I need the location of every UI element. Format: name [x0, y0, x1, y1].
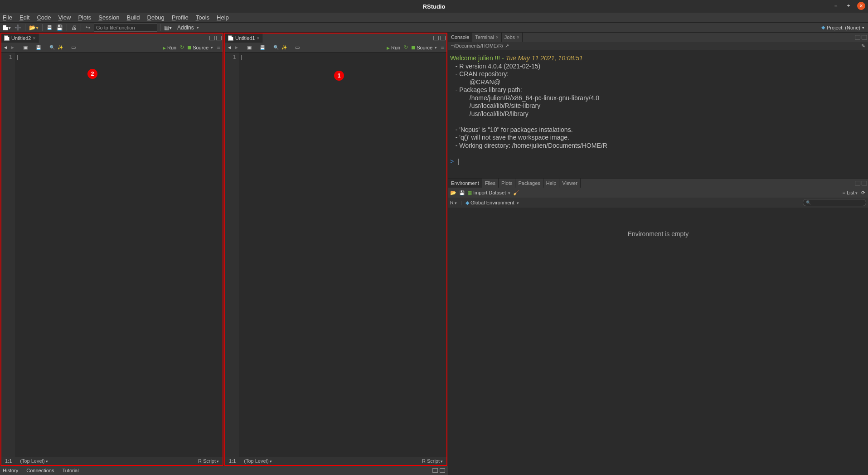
- menu-build[interactable]: Build: [127, 14, 140, 21]
- env-tab-plots[interactable]: Plots: [499, 179, 515, 188]
- lang-dropdown[interactable]: R Script: [198, 458, 219, 464]
- bottom-tab-history[interactable]: History: [3, 468, 18, 473]
- code-editor[interactable]: 1 |: [1, 53, 223, 457]
- env-tabs: EnvironmentFilesPlotsPackagesHelpViewer: [448, 179, 868, 188]
- rerun-button[interactable]: ↻: [404, 44, 408, 50]
- source-pane-1: 1 Untitled1 × ▣ ▭ Run ↻ Source ≣ 1 |1:1 …: [224, 33, 447, 466]
- scope-dropdown[interactable]: (Top Level): [244, 458, 272, 464]
- nav-forward-button[interactable]: [234, 45, 239, 50]
- menu-file[interactable]: File: [3, 14, 12, 21]
- env-tab-files[interactable]: Files: [482, 179, 499, 188]
- save-workspace-button[interactable]: [459, 190, 465, 195]
- code-tools-button[interactable]: [58, 45, 63, 50]
- console-tab-terminal[interactable]: Terminal×: [472, 33, 501, 42]
- menu-plots[interactable]: Plots: [78, 14, 91, 21]
- env-list-button[interactable]: ≡ List: [842, 190, 858, 195]
- outline-button[interactable]: ≣: [217, 44, 221, 50]
- env-tab-viewer[interactable]: Viewer: [559, 179, 580, 188]
- save-all-button[interactable]: 💾: [55, 24, 64, 32]
- grid-button[interactable]: ▦▾: [163, 24, 173, 32]
- editor-tab[interactable]: Untitled2 ×: [1, 34, 39, 43]
- clear-env-button[interactable]: 🧹: [513, 190, 519, 196]
- save-file-button[interactable]: [36, 45, 41, 50]
- run-button[interactable]: Run: [163, 45, 176, 50]
- bottom-tab-connections[interactable]: Connections: [26, 468, 54, 473]
- goto-input[interactable]: Go to file/function: [94, 24, 157, 32]
- close-button[interactable]: ×: [857, 2, 865, 10]
- save-button[interactable]: [45, 24, 53, 32]
- print-button[interactable]: 🖨: [70, 24, 78, 32]
- load-workspace-button[interactable]: 📂: [450, 190, 456, 196]
- console-minimize-icon[interactable]: [855, 35, 860, 39]
- find-button[interactable]: [49, 45, 55, 50]
- env-lang-dropdown[interactable]: R: [450, 200, 457, 205]
- scope-dropdown[interactable]: (Top Level): [20, 458, 48, 464]
- pane-minimize-icon[interactable]: [433, 36, 439, 40]
- env-scope-dropdown[interactable]: ◆ Global Environment: [466, 200, 519, 206]
- run-button[interactable]: Run: [387, 45, 400, 50]
- workspace: 2 Untitled2 × ▣ ▭ Run ↻ Source ≣ 1 |1:1 …: [0, 33, 868, 475]
- compile-report-button[interactable]: ▭: [295, 44, 300, 50]
- menu-edit[interactable]: Edit: [19, 14, 29, 21]
- show-in-new-window-button[interactable]: ▣: [247, 44, 252, 50]
- save-file-button[interactable]: [260, 45, 265, 50]
- menu-tools[interactable]: Tools: [196, 14, 209, 21]
- menu-profile[interactable]: Profile: [172, 14, 189, 21]
- source-button[interactable]: Source: [188, 45, 213, 50]
- close-tab-icon[interactable]: ×: [496, 35, 499, 40]
- minimize-button[interactable]: −: [832, 2, 840, 10]
- code-area[interactable]: |: [15, 53, 223, 457]
- lang-dropdown[interactable]: R Script: [422, 458, 443, 464]
- bottom-tab-tutorial[interactable]: Tutorial: [62, 468, 78, 473]
- console-body[interactable]: Welcome julien !!! - Tue May 11 2021, 10…: [448, 50, 868, 178]
- env-search-input[interactable]: [803, 199, 866, 206]
- refresh-env-icon[interactable]: ⟳: [861, 190, 865, 196]
- menu-code[interactable]: Code: [37, 14, 51, 21]
- nav-forward-button[interactable]: [10, 45, 15, 50]
- editor-statusbar: 1:1 (Top Level) R Script: [1, 457, 223, 465]
- new-file-button[interactable]: ▾: [2, 24, 12, 32]
- compile-report-button[interactable]: ▭: [71, 44, 76, 50]
- menu-session[interactable]: Session: [98, 14, 119, 21]
- env-tab-help[interactable]: Help: [543, 179, 560, 188]
- code-area[interactable]: |: [239, 53, 446, 457]
- project-menu[interactable]: Project: (None) ▾: [821, 24, 864, 30]
- source-button[interactable]: Source: [412, 45, 437, 50]
- maximize-button[interactable]: +: [844, 2, 853, 10]
- menu-help[interactable]: Help: [217, 14, 229, 21]
- find-button[interactable]: [273, 45, 279, 50]
- console-tab-jobs[interactable]: Jobs×: [502, 33, 523, 42]
- import-dataset-button[interactable]: ▦ Import Dataset: [467, 190, 510, 196]
- editor-tab[interactable]: Untitled1 ×: [225, 34, 262, 43]
- env-tab-environment[interactable]: Environment: [448, 179, 482, 188]
- code-tools-button[interactable]: [281, 45, 287, 50]
- close-tab-icon[interactable]: ×: [33, 36, 35, 41]
- show-in-new-window-button[interactable]: ▣: [23, 44, 28, 50]
- outline-button[interactable]: ≣: [441, 44, 445, 50]
- open-file-button[interactable]: 📂▾: [28, 24, 39, 32]
- env-tab-packages[interactable]: Packages: [515, 179, 543, 188]
- env-minimize-icon[interactable]: [855, 181, 860, 185]
- env-maximize-icon[interactable]: [862, 181, 867, 185]
- new-project-button[interactable]: ➕: [14, 24, 22, 32]
- console-tab-console[interactable]: Console: [448, 33, 472, 42]
- pane-minimize-icon[interactable]: [209, 36, 215, 40]
- console-maximize-icon[interactable]: [862, 35, 867, 39]
- bottom-maximize-icon[interactable]: [440, 468, 445, 473]
- nav-back-button[interactable]: [227, 45, 232, 50]
- nav-back-button[interactable]: [3, 45, 8, 50]
- rerun-button[interactable]: ↻: [180, 44, 184, 50]
- console-path-arrow-icon[interactable]: ↗: [505, 43, 509, 49]
- pane-maximize-icon[interactable]: [440, 36, 446, 40]
- close-tab-icon[interactable]: ×: [517, 35, 519, 40]
- bottom-minimize-icon[interactable]: [432, 468, 438, 473]
- addins-menu[interactable]: Addins: [175, 24, 202, 31]
- clear-console-icon[interactable]: ✎: [861, 43, 865, 49]
- source-icon: [188, 46, 191, 49]
- pane-maximize-icon[interactable]: [216, 36, 222, 40]
- menu-view[interactable]: View: [58, 14, 71, 21]
- code-editor[interactable]: 1 |: [225, 53, 446, 457]
- menu-debug[interactable]: Debug: [147, 14, 165, 21]
- source-row: 2 Untitled2 × ▣ ▭ Run ↻ Source ≣ 1 |1:1 …: [0, 33, 448, 466]
- close-tab-icon[interactable]: ×: [257, 36, 259, 41]
